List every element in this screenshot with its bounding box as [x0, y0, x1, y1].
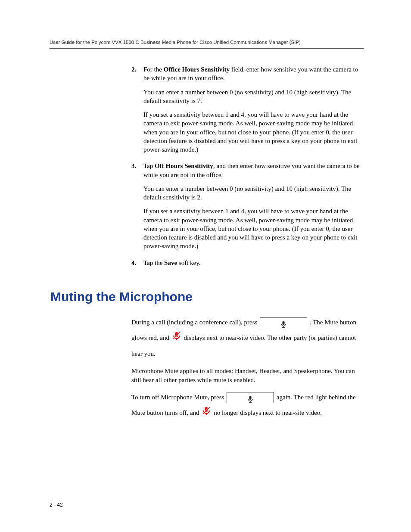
- bold-text: Off Hours Sensitivity: [155, 162, 213, 169]
- text: For the: [143, 66, 164, 73]
- body-content: 2. For the Office Hours Sensitivity fiel…: [131, 65, 364, 272]
- step-number: 3.: [131, 162, 143, 255]
- mic-muted-icon: [202, 405, 211, 421]
- bold-text: Office Hours Sensitivity: [164, 66, 230, 73]
- step-2-para-2: You can enter a number between 0 (no sen…: [143, 88, 364, 106]
- header-rule: [50, 48, 364, 49]
- svg-rect-7: [249, 396, 252, 400]
- step-body: For the Office Hours Sensitivity field, …: [143, 65, 364, 159]
- mute-para-3: To turn off Microphone Mute, press again…: [131, 389, 364, 421]
- text: no longer displays next to near-site vid…: [214, 409, 322, 416]
- svg-rect-0: [283, 321, 285, 325]
- step-3-para-2: You can enter a number between 0 (no sen…: [143, 184, 364, 202]
- mute-para-1: During a call (including a conference ca…: [131, 314, 364, 362]
- step-number: 4.: [131, 258, 143, 272]
- text: Tap: [143, 162, 155, 169]
- mute-button-icon: [227, 392, 274, 403]
- step-body: Tap Off Hours Sensitivity, and then ente…: [143, 162, 364, 255]
- step-3-para-1: Tap Off Hours Sensitivity, and then ente…: [143, 162, 364, 179]
- step-number: 2.: [131, 65, 143, 159]
- section-body: During a call (including a conference ca…: [131, 314, 364, 421]
- page-number: 2 - 42: [50, 502, 63, 508]
- microphone-icon: [280, 320, 286, 328]
- step-body: Tap the Save soft key.: [143, 258, 364, 272]
- step-4-para-1: Tap the Save soft key.: [143, 258, 364, 267]
- mute-button-icon: [260, 317, 307, 328]
- microphone-icon: [247, 395, 253, 403]
- text: soft key.: [177, 259, 200, 266]
- section-heading-muting-microphone: Muting the Microphone: [50, 289, 364, 304]
- step-2: 2. For the Office Hours Sensitivity fiel…: [131, 65, 364, 159]
- step-3-para-3: If you set a sensitivity between 1 and 4…: [143, 207, 364, 250]
- mic-muted-icon: [172, 330, 181, 346]
- text: Tap the: [143, 259, 164, 266]
- step-2-para-3: If you set a sensitivity between 1 and 4…: [143, 110, 364, 154]
- running-header: User Guide for the Polycom VVX 1500 C Bu…: [50, 40, 364, 45]
- step-4: 4. Tap the Save soft key.: [131, 258, 364, 272]
- bold-text: Save: [164, 259, 177, 266]
- text: To turn off Microphone Mute, press: [131, 394, 226, 401]
- text: During a call (including a conference ca…: [131, 319, 259, 326]
- step-2-para-1: For the Office Hours Sensitivity field, …: [143, 65, 364, 83]
- mute-para-2: Microphone Mute applies to all modes: Ha…: [131, 367, 364, 384]
- step-3: 3. Tap Off Hours Sensitivity, and then e…: [131, 162, 364, 255]
